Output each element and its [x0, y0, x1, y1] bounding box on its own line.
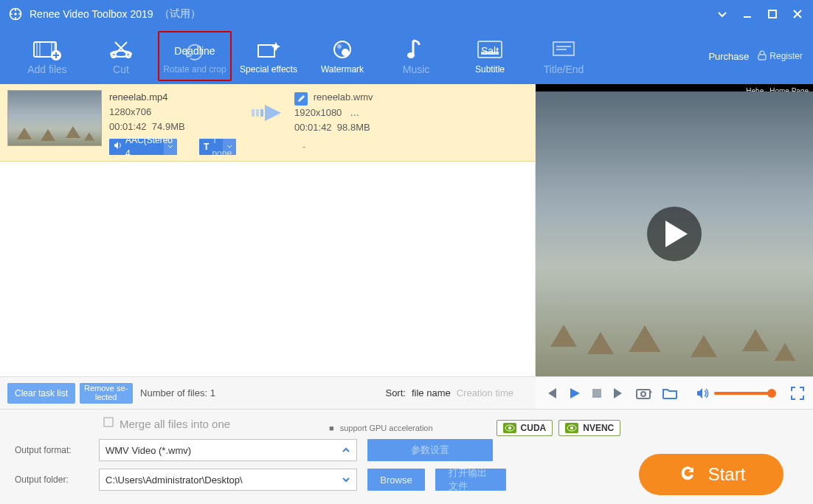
music-tool[interactable]: Music	[379, 31, 453, 81]
sort-controls: Sort: file name Creation time	[385, 387, 513, 398]
chevron-down-icon	[342, 474, 350, 486]
clear-task-list-button[interactable]: Clear task list	[7, 383, 75, 404]
title-end-tool[interactable]: Title/End	[527, 31, 601, 81]
subtitle-tool[interactable]: Salt Subtitle	[453, 31, 527, 81]
subtitle-label: Subtitle	[475, 65, 505, 75]
subtitle-track-selector[interactable]: T T none	[199, 139, 236, 155]
title-end-icon	[550, 36, 577, 63]
task-row[interactable]: reneelab.mp4 1280x706 00:01:42 74.9MB AA…	[0, 84, 535, 162]
dest-ellipsis: …	[350, 107, 359, 118]
output-format-value: WMV Video (*.wmv)	[105, 445, 191, 456]
rotate-crop-tool[interactable]: Deadline Rotate and crop	[158, 31, 232, 81]
cut-tool[interactable]: Cut	[84, 31, 158, 81]
merge-all-label: Merge all files into one	[120, 418, 230, 430]
stop-button[interactable]	[592, 388, 602, 398]
open-folder-button[interactable]	[662, 387, 677, 399]
volume-icon[interactable]	[696, 387, 710, 399]
nvidia-eye-icon	[503, 423, 516, 433]
scissors-icon	[108, 36, 134, 63]
player-controls	[536, 376, 813, 409]
task-list-footer: Clear task list Remove se- lected Number…	[0, 376, 536, 409]
refresh-icon	[677, 462, 698, 487]
start-button[interactable]: Start	[639, 454, 783, 495]
snapshot-button[interactable]	[636, 387, 652, 400]
open-output-button[interactable]: 打开输出文件	[435, 469, 506, 491]
special-effects-tool[interactable]: Special effects	[232, 31, 305, 81]
deadline-overlay: Deadline	[174, 46, 215, 57]
app-logo-icon	[7, 6, 24, 22]
edit-icon	[294, 92, 308, 106]
trial-label: （试用）	[159, 7, 201, 21]
svg-point-11	[337, 44, 342, 49]
svg-point-10	[342, 49, 349, 56]
speaker-icon	[114, 140, 122, 154]
number-of-files: Number of files: 1	[140, 387, 215, 398]
watermark-tool[interactable]: Watermark	[305, 31, 379, 81]
dest-size: 98.8MB	[337, 122, 370, 133]
start-label: Start	[708, 464, 746, 485]
svg-rect-20	[592, 389, 601, 398]
cuda-badge: CUDA	[497, 420, 553, 436]
svg-rect-8	[258, 45, 274, 57]
add-files-label: Add files	[27, 64, 67, 75]
task-list: reneelab.mp4 1280x706 00:01:42 74.9MB AA…	[0, 84, 536, 376]
volume-slider[interactable]	[714, 392, 775, 395]
svg-point-12	[407, 52, 415, 58]
arrow-icon	[246, 102, 290, 124]
svg-point-27	[570, 427, 573, 429]
play-button[interactable]	[568, 387, 581, 400]
source-resolution: 1280x706	[109, 105, 246, 120]
svg-rect-17	[252, 109, 255, 117]
sort-filename[interactable]: file name	[412, 387, 451, 398]
dash-label: -	[302, 139, 305, 154]
checkbox-icon[interactable]	[103, 417, 114, 430]
main-toolbar: Add files Cut Deadline Rotate and crop S…	[0, 28, 813, 84]
add-files-tool[interactable]: Add files	[10, 31, 84, 81]
register-link[interactable]: Register	[758, 50, 803, 63]
source-duration: 00:01:42	[109, 121, 147, 132]
gpu-acceleration: ■ support GPU acceleration CUDA NVENC	[329, 420, 620, 436]
next-button[interactable]	[612, 387, 626, 400]
parameter-settings-button[interactable]: 参数设置	[367, 439, 493, 461]
lock-icon	[758, 50, 767, 63]
music-note-icon	[406, 36, 426, 63]
svg-rect-23	[104, 418, 113, 427]
browse-button[interactable]: Browse	[367, 469, 425, 491]
preview-panel: Hehe Home Page	[536, 84, 813, 376]
chevron-down-icon	[164, 139, 177, 155]
title-end-label: Title/End	[544, 64, 584, 75]
output-folder-label: Output folder:	[15, 474, 89, 485]
sort-creation-time[interactable]: Creation time	[457, 387, 513, 398]
maximize-button[interactable]	[760, 0, 785, 28]
audio-track-selector[interactable]: AAC(Stereo 4	[109, 139, 177, 155]
sparkle-icon	[255, 37, 282, 63]
svg-rect-19	[260, 109, 263, 117]
output-folder-select[interactable]: C:\Users\Administrator\Desktop\	[99, 469, 357, 491]
svg-rect-18	[256, 109, 259, 117]
source-size: 74.9MB	[152, 121, 185, 132]
register-label: Register	[769, 51, 803, 61]
cut-label: Cut	[113, 64, 129, 75]
dest-info: reneelab.wmv 1920x1080 … 00:01:42 98.8MB	[294, 90, 373, 135]
output-panel: Merge all files into one ■ support GPU a…	[0, 409, 813, 504]
close-button[interactable]	[785, 0, 810, 28]
app-title: Renee Video Toolbox 2019	[30, 8, 153, 20]
remove-selected-button[interactable]: Remove se- lected	[80, 383, 133, 404]
svg-point-25	[508, 427, 511, 429]
prev-button[interactable]	[544, 387, 558, 400]
subtitle-overlay: Salt	[481, 46, 499, 57]
subtitle-small-icon: T	[204, 140, 209, 154]
purchase-link[interactable]: Purchase	[708, 51, 749, 62]
special-effects-label: Special effects	[240, 65, 297, 75]
svg-point-1	[14, 13, 16, 15]
preview-play-button[interactable]	[647, 207, 702, 261]
sort-label: Sort:	[385, 387, 405, 398]
dest-filename: reneelab.wmv	[314, 92, 373, 103]
fullscreen-button[interactable]	[791, 387, 804, 400]
titlebar: Renee Video Toolbox 2019 （试用）	[0, 0, 813, 28]
chevron-up-icon	[342, 445, 350, 456]
dropdown-button[interactable]	[710, 0, 735, 28]
watermark-icon	[331, 37, 354, 63]
minimize-button[interactable]	[735, 0, 760, 28]
output-format-select[interactable]: WMV Video (*.wmv)	[99, 439, 357, 461]
